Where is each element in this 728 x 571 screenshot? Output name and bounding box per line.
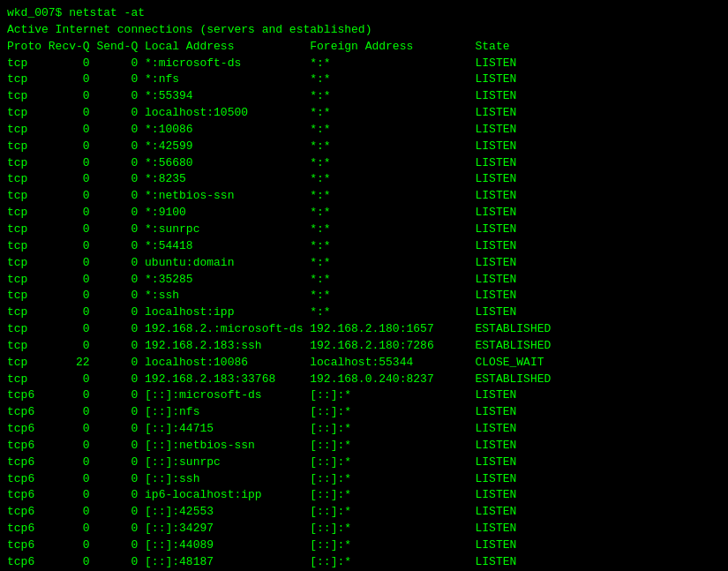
netstat-row: tcp 0 0 ubuntu:domain *:* LISTEN bbox=[7, 255, 721, 272]
netstat-row: tcp 0 0 *:54418 *:* LISTEN bbox=[7, 238, 721, 255]
netstat-row: tcp 0 0 *:nfs *:* LISTEN bbox=[7, 71, 721, 88]
netstat-row: tcp 0 0 *:35285 *:* LISTEN bbox=[7, 272, 721, 289]
netstat-row: tcp6 0 0 ip6-localhost:ipp [::]:* LISTEN bbox=[7, 487, 721, 504]
netstat-row: tcp 0 0 192.168.2.183:ssh 192.168.2.180:… bbox=[7, 338, 721, 355]
netstat-row: tcp 0 0 *:8235 *:* LISTEN bbox=[7, 171, 721, 188]
netstat-output: tcp 0 0 *:microsoft-ds *:* LISTENtcp 0 0… bbox=[7, 56, 721, 571]
netstat-row: tcp 0 0 *:42599 *:* LISTEN bbox=[7, 139, 721, 155]
netstat-row: tcp6 0 0 [::]:sunrpc [::]:* LISTEN bbox=[7, 455, 721, 471]
netstat-row: tcp6 0 0 [::]:42553 [::]:* LISTEN bbox=[7, 504, 721, 521]
netstat-row: tcp 0 0 *:9100 *:* LISTEN bbox=[7, 205, 721, 222]
netstat-row: tcp6 0 0 [::]:microsoft-ds [::]:* LISTEN bbox=[7, 387, 721, 404]
netstat-row: tcp 22 0 localhost:10086 localhost:55344… bbox=[7, 355, 721, 372]
netstat-row: tcp 0 0 192.168.2.183:33768 192.168.0.24… bbox=[7, 372, 721, 388]
netstat-row: tcp 0 0 localhost:ipp *:* LISTEN bbox=[7, 304, 721, 321]
netstat-row: tcp6 0 0 [::]:44089 [::]:* LISTEN bbox=[7, 537, 721, 554]
netstat-row: tcp6 0 0 [::]:ssh [::]:* LISTEN bbox=[7, 471, 721, 488]
netstat-row: tcp6 0 0 [::]:44715 [::]:* LISTEN bbox=[7, 421, 721, 438]
netstat-row: tcp 0 0 localhost:10500 *:* LISTEN bbox=[7, 105, 721, 122]
netstat-row: tcp 0 0 *:netbios-ssn *:* LISTEN bbox=[7, 188, 721, 205]
header-line: Active Internet connections (servers and… bbox=[7, 22, 721, 39]
netstat-row: tcp 0 0 *:sunrpc *:* LISTEN bbox=[7, 222, 721, 238]
netstat-row: tcp6 0 0 [::]:nfs [::]:* LISTEN bbox=[7, 404, 721, 421]
netstat-row: tcp 0 0 192.168.2.:microsoft-ds 192.168.… bbox=[7, 321, 721, 338]
netstat-row: tcp 0 0 *:microsoft-ds *:* LISTEN bbox=[7, 56, 721, 72]
netstat-row: tcp6 0 0 [::]:48187 [::]:* LISTEN bbox=[7, 554, 721, 571]
netstat-row: tcp 0 0 *:56680 *:* LISTEN bbox=[7, 155, 721, 172]
netstat-row: tcp6 0 0 [::]:34297 [::]:* LISTEN bbox=[7, 521, 721, 537]
netstat-row: tcp 0 0 *:10086 *:* LISTEN bbox=[7, 122, 721, 139]
netstat-row: tcp6 0 0 [::]:netbios-ssn [::]:* LISTEN bbox=[7, 438, 721, 455]
top-prompt: wkd_007$ netstat -at bbox=[7, 5, 721, 22]
netstat-row: tcp 0 0 *:ssh *:* LISTEN bbox=[7, 288, 721, 304]
netstat-row: tcp 0 0 *:55394 *:* LISTEN bbox=[7, 88, 721, 105]
col-headers: Proto Recv-Q Send-Q Local Address Foreig… bbox=[7, 39, 721, 56]
